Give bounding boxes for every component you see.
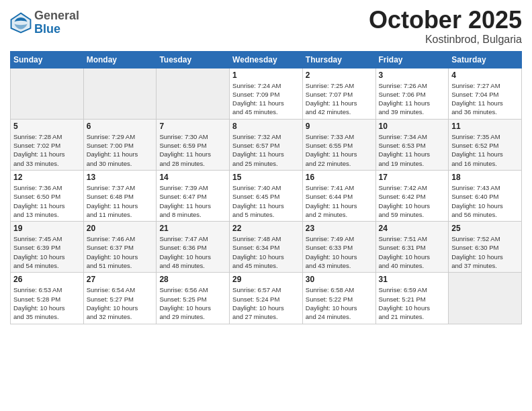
logo-blue: Blue bbox=[34, 23, 79, 36]
day-info: Sunrise: 6:58 AM Sunset: 5:22 PM Dayligh… bbox=[306, 285, 373, 321]
col-tuesday: Tuesday bbox=[157, 51, 230, 68]
day-number: 28 bbox=[159, 275, 226, 284]
calendar-cell bbox=[157, 68, 230, 119]
calendar-cell: 30Sunrise: 6:58 AM Sunset: 5:22 PM Dayli… bbox=[302, 273, 375, 324]
day-number: 16 bbox=[306, 173, 373, 182]
col-monday: Monday bbox=[83, 51, 157, 68]
calendar-cell: 21Sunrise: 7:47 AM Sunset: 6:36 PM Dayli… bbox=[157, 222, 230, 273]
day-info: Sunrise: 7:32 AM Sunset: 6:57 PM Dayligh… bbox=[232, 132, 300, 168]
calendar-cell: 31Sunrise: 6:59 AM Sunset: 5:21 PM Dayli… bbox=[375, 273, 449, 324]
day-info: Sunrise: 6:53 AM Sunset: 5:28 PM Dayligh… bbox=[13, 285, 81, 321]
calendar-cell: 23Sunrise: 7:49 AM Sunset: 6:33 PM Dayli… bbox=[302, 222, 375, 273]
calendar-cell: 8Sunrise: 7:32 AM Sunset: 6:57 PM Daylig… bbox=[230, 119, 303, 170]
day-number: 8 bbox=[232, 122, 300, 131]
day-number: 24 bbox=[379, 224, 446, 233]
day-number: 25 bbox=[451, 224, 519, 233]
day-info: Sunrise: 7:29 AM Sunset: 7:00 PM Dayligh… bbox=[87, 132, 154, 168]
day-info: Sunrise: 7:52 AM Sunset: 6:30 PM Dayligh… bbox=[451, 234, 519, 270]
day-info: Sunrise: 7:45 AM Sunset: 6:39 PM Dayligh… bbox=[13, 234, 81, 270]
title-location: Kostinbrod, Bulgaria bbox=[369, 34, 522, 46]
title-block: October 2025 Kostinbrod, Bulgaria bbox=[369, 7, 522, 46]
calendar-cell bbox=[11, 68, 84, 119]
day-number: 15 bbox=[232, 173, 300, 182]
day-number: 29 bbox=[232, 275, 300, 284]
day-info: Sunrise: 7:37 AM Sunset: 6:48 PM Dayligh… bbox=[87, 183, 154, 219]
day-number: 26 bbox=[13, 275, 81, 284]
calendar-cell: 10Sunrise: 7:34 AM Sunset: 6:53 PM Dayli… bbox=[375, 119, 449, 170]
calendar-cell: 20Sunrise: 7:46 AM Sunset: 6:37 PM Dayli… bbox=[83, 222, 157, 273]
day-info: Sunrise: 7:25 AM Sunset: 7:07 PM Dayligh… bbox=[306, 81, 373, 117]
day-number: 1 bbox=[232, 71, 300, 80]
calendar-cell bbox=[83, 68, 157, 119]
calendar-cell: 25Sunrise: 7:52 AM Sunset: 6:30 PM Dayli… bbox=[449, 222, 522, 273]
title-month: October 2025 bbox=[369, 7, 522, 34]
col-thursday: Thursday bbox=[302, 51, 375, 68]
calendar-cell: 27Sunrise: 6:54 AM Sunset: 5:27 PM Dayli… bbox=[83, 273, 157, 324]
calendar-cell: 24Sunrise: 7:51 AM Sunset: 6:31 PM Dayli… bbox=[375, 222, 449, 273]
calendar-cell: 18Sunrise: 7:43 AM Sunset: 6:40 PM Dayli… bbox=[449, 170, 522, 221]
calendar-cell: 14Sunrise: 7:39 AM Sunset: 6:47 PM Dayli… bbox=[157, 170, 230, 221]
calendar-cell: 17Sunrise: 7:42 AM Sunset: 6:42 PM Dayli… bbox=[375, 170, 449, 221]
day-info: Sunrise: 7:41 AM Sunset: 6:44 PM Dayligh… bbox=[306, 183, 373, 219]
day-info: Sunrise: 7:30 AM Sunset: 6:59 PM Dayligh… bbox=[159, 132, 226, 168]
calendar-week-2: 5Sunrise: 7:28 AM Sunset: 7:02 PM Daylig… bbox=[11, 119, 522, 170]
logo: General Blue bbox=[10, 9, 79, 36]
calendar-cell: 5Sunrise: 7:28 AM Sunset: 7:02 PM Daylig… bbox=[11, 119, 84, 170]
calendar-cell: 2Sunrise: 7:25 AM Sunset: 7:07 PM Daylig… bbox=[302, 68, 375, 119]
day-info: Sunrise: 7:39 AM Sunset: 6:47 PM Dayligh… bbox=[159, 183, 226, 219]
day-number: 11 bbox=[451, 122, 519, 131]
day-number: 12 bbox=[13, 173, 81, 182]
day-info: Sunrise: 6:57 AM Sunset: 5:24 PM Dayligh… bbox=[232, 285, 300, 321]
day-number: 20 bbox=[87, 224, 154, 233]
calendar-week-5: 26Sunrise: 6:53 AM Sunset: 5:28 PM Dayli… bbox=[11, 273, 522, 324]
calendar-week-3: 12Sunrise: 7:36 AM Sunset: 6:50 PM Dayli… bbox=[11, 170, 522, 221]
day-info: Sunrise: 7:40 AM Sunset: 6:45 PM Dayligh… bbox=[232, 183, 300, 219]
calendar-cell: 22Sunrise: 7:48 AM Sunset: 6:34 PM Dayli… bbox=[230, 222, 303, 273]
day-number: 27 bbox=[87, 275, 154, 284]
calendar-cell: 7Sunrise: 7:30 AM Sunset: 6:59 PM Daylig… bbox=[157, 119, 230, 170]
calendar-cell: 26Sunrise: 6:53 AM Sunset: 5:28 PM Dayli… bbox=[11, 273, 84, 324]
calendar-cell: 28Sunrise: 6:56 AM Sunset: 5:25 PM Dayli… bbox=[157, 273, 230, 324]
day-info: Sunrise: 7:35 AM Sunset: 6:52 PM Dayligh… bbox=[451, 132, 519, 168]
day-info: Sunrise: 7:28 AM Sunset: 7:02 PM Dayligh… bbox=[13, 132, 81, 168]
day-info: Sunrise: 7:46 AM Sunset: 6:37 PM Dayligh… bbox=[87, 234, 154, 270]
calendar-cell bbox=[449, 273, 522, 324]
page: General Blue October 2025 Kostinbrod, Bu… bbox=[0, 0, 532, 411]
day-number: 23 bbox=[306, 224, 373, 233]
calendar-cell: 16Sunrise: 7:41 AM Sunset: 6:44 PM Dayli… bbox=[302, 170, 375, 221]
calendar-table: Sunday Monday Tuesday Wednesday Thursday… bbox=[10, 51, 522, 324]
day-number: 9 bbox=[306, 122, 373, 131]
day-number: 2 bbox=[306, 71, 373, 80]
calendar-cell: 4Sunrise: 7:27 AM Sunset: 7:04 PM Daylig… bbox=[449, 68, 522, 119]
day-info: Sunrise: 7:36 AM Sunset: 6:50 PM Dayligh… bbox=[13, 183, 81, 219]
day-number: 4 bbox=[451, 71, 519, 80]
calendar-cell: 19Sunrise: 7:45 AM Sunset: 6:39 PM Dayli… bbox=[11, 222, 84, 273]
day-info: Sunrise: 7:48 AM Sunset: 6:34 PM Dayligh… bbox=[232, 234, 300, 270]
day-number: 21 bbox=[159, 224, 226, 233]
col-saturday: Saturday bbox=[449, 51, 522, 68]
calendar-cell: 6Sunrise: 7:29 AM Sunset: 7:00 PM Daylig… bbox=[83, 119, 157, 170]
logo-icon bbox=[10, 12, 32, 34]
day-info: Sunrise: 7:26 AM Sunset: 7:06 PM Dayligh… bbox=[379, 81, 446, 117]
day-number: 30 bbox=[306, 275, 373, 284]
day-info: Sunrise: 7:27 AM Sunset: 7:04 PM Dayligh… bbox=[451, 81, 519, 117]
day-number: 10 bbox=[379, 122, 446, 131]
day-number: 5 bbox=[13, 122, 81, 131]
calendar-cell: 12Sunrise: 7:36 AM Sunset: 6:50 PM Dayli… bbox=[11, 170, 84, 221]
day-number: 22 bbox=[232, 224, 300, 233]
day-number: 13 bbox=[87, 173, 154, 182]
day-info: Sunrise: 6:59 AM Sunset: 5:21 PM Dayligh… bbox=[379, 285, 446, 321]
day-number: 3 bbox=[379, 71, 446, 80]
calendar-cell: 1Sunrise: 7:24 AM Sunset: 7:09 PM Daylig… bbox=[230, 68, 303, 119]
day-number: 19 bbox=[13, 224, 81, 233]
calendar-cell: 13Sunrise: 7:37 AM Sunset: 6:48 PM Dayli… bbox=[83, 170, 157, 221]
calendar-header-row: Sunday Monday Tuesday Wednesday Thursday… bbox=[11, 51, 522, 68]
col-friday: Friday bbox=[375, 51, 449, 68]
calendar-week-1: 1Sunrise: 7:24 AM Sunset: 7:09 PM Daylig… bbox=[11, 68, 522, 119]
day-info: Sunrise: 6:54 AM Sunset: 5:27 PM Dayligh… bbox=[87, 285, 154, 321]
day-info: Sunrise: 7:43 AM Sunset: 6:40 PM Dayligh… bbox=[451, 183, 519, 219]
logo-general: General bbox=[34, 9, 79, 23]
day-number: 14 bbox=[159, 173, 226, 182]
day-number: 6 bbox=[87, 122, 154, 131]
day-info: Sunrise: 7:33 AM Sunset: 6:55 PM Dayligh… bbox=[306, 132, 373, 168]
